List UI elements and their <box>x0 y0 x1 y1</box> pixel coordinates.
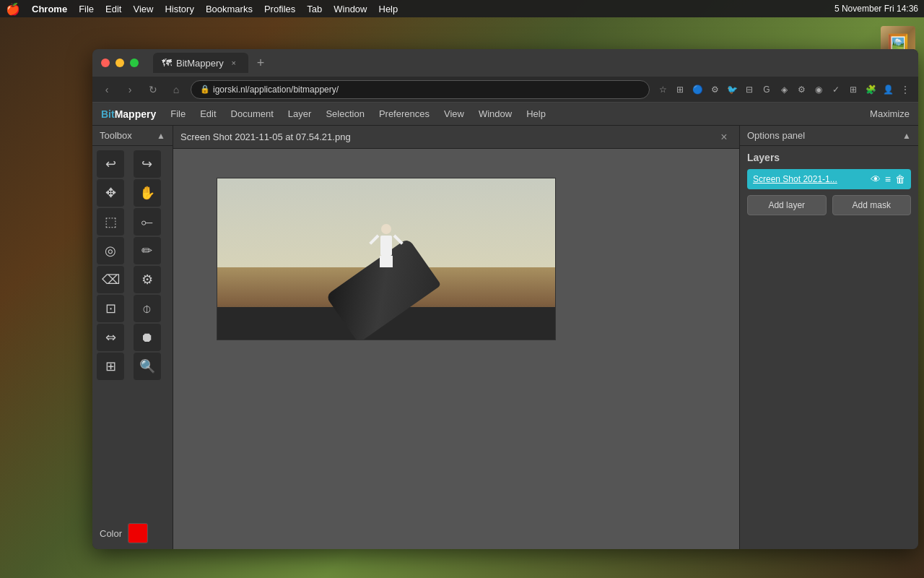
figure-torso <box>380 236 392 256</box>
layer-name: Screen Shot 2021-1... <box>753 174 866 184</box>
canvas-title: Screen Shot 2021-11-05 at 07.54.21.png <box>180 131 716 142</box>
layer-delete-icon[interactable]: 🗑 <box>895 173 905 185</box>
tool-eyedropper[interactable]: ⌽ <box>134 295 161 322</box>
tool-lasso[interactable]: ⟜ <box>134 208 161 236</box>
ext-icon-11[interactable]: ⊞ <box>846 82 860 97</box>
tool-hand[interactable]: ✋ <box>134 179 161 207</box>
menu-document[interactable]: Document <box>225 105 279 122</box>
menubar-profiles[interactable]: Profiles <box>264 4 295 14</box>
browser-titlebar: 🗺 BitMappery × + <box>92 49 918 77</box>
ext-icon-10[interactable]: ✓ <box>829 82 843 97</box>
maximize-button[interactable]: Maximize <box>870 108 910 119</box>
ext-icon-9[interactable]: ◉ <box>811 82 826 97</box>
tool-mirror[interactable]: ⇔ <box>97 324 124 351</box>
ext-icon-2[interactable]: 🔵 <box>690 82 705 97</box>
apple-menu[interactable]: 🍎 <box>6 2 20 16</box>
figure-head <box>381 224 391 234</box>
menu-edit[interactable]: Edit <box>194 105 222 122</box>
add-layer-button[interactable]: Add layer <box>747 195 827 215</box>
menu-selection[interactable]: Selection <box>320 105 370 122</box>
menubar-tab[interactable]: Tab <box>307 4 322 14</box>
address-bar[interactable]: 🔒 igorski.nl/application/bitmappery/ <box>191 80 650 99</box>
app-logo: BitMappery <box>101 108 156 120</box>
close-button[interactable] <box>101 59 110 67</box>
menubar-bookmarks[interactable]: Bookmarks <box>206 4 253 14</box>
browser-tab[interactable]: 🗺 BitMappery × <box>153 53 248 73</box>
options-toggle[interactable]: ▲ <box>902 131 911 141</box>
ext-icon-4[interactable]: 🐦 <box>725 82 739 97</box>
tool-rect-select[interactable]: ⬚ <box>97 208 124 236</box>
canvas-close-button[interactable]: × <box>716 129 732 145</box>
layer-visibility-icon[interactable]: 👁 <box>871 173 881 185</box>
tab-title: BitMappery <box>176 58 224 69</box>
bookmark-icon[interactable]: ☆ <box>655 82 670 97</box>
maximize-button[interactable] <box>130 59 139 67</box>
figure-legs <box>380 256 393 267</box>
logo-mappery: Mappery <box>115 108 157 120</box>
logo-bit: Bit <box>101 108 115 120</box>
color-section: Color <box>92 517 173 549</box>
app-menubar: BitMappery File Edit Document Layer Sele… <box>92 103 918 126</box>
menu-layer[interactable]: Layer <box>282 105 318 122</box>
menubar-file[interactable]: File <box>79 4 94 14</box>
tool-brush[interactable]: ✏ <box>134 237 161 264</box>
toolbox-panel: Toolbox ▲ ↩ ↪ ✥ ✋ ⬚ ⟜ ◎ ✏ ⌫ ⚙ ⊡ ⌽ ⇔ <box>92 126 173 549</box>
tool-stamp[interactable]: ⚙ <box>134 266 161 293</box>
browser-extensions: ☆ ⊞ 🔵 ⚙ 🐦 ⊟ G ◈ ⚙ ◉ ✓ ⊞ 🧩 👤 ⋮ <box>655 82 912 97</box>
tool-redo[interactable]: ↪ <box>134 150 161 178</box>
tool-record[interactable]: ⏺ <box>134 324 161 351</box>
tool-transform[interactable]: ⊡ <box>97 295 124 322</box>
app-main: Toolbox ▲ ↩ ↪ ✥ ✋ ⬚ ⟜ ◎ ✏ ⌫ ⚙ ⊡ ⌽ ⇔ <box>92 126 918 549</box>
extensions-button[interactable]: 🧩 <box>863 82 878 97</box>
menu-window[interactable]: Window <box>473 105 518 122</box>
ext-icon-8[interactable]: ⚙ <box>794 82 808 97</box>
canvas-header: Screen Shot 2021-11-05 at 07.54.21.png × <box>173 126 739 149</box>
more-button[interactable]: ⋮ <box>898 82 912 97</box>
options-panel: Options panel ▲ Layers Screen Shot 2021-… <box>739 126 918 549</box>
tool-undo[interactable]: ↩ <box>97 150 124 178</box>
menubar-history[interactable]: History <box>165 4 193 14</box>
layer-settings-icon[interactable]: ≡ <box>885 173 891 185</box>
toolbox-header: Toolbox ▲ <box>92 126 173 146</box>
toolbox-toggle[interactable]: ▲ <box>157 131 165 141</box>
ext-icon-1[interactable]: ⊞ <box>673 82 687 97</box>
menubar-help[interactable]: Help <box>379 4 398 14</box>
tab-close-button[interactable]: × <box>228 57 240 69</box>
layer-item[interactable]: Screen Shot 2021-1... 👁 ≡ 🗑 <box>747 169 911 189</box>
tool-erase2[interactable]: ⌫ <box>97 266 124 293</box>
forward-button[interactable]: › <box>121 81 139 98</box>
ext-icon-5[interactable]: ⊟ <box>742 82 757 97</box>
canvas-image <box>217 178 556 340</box>
tool-warp[interactable]: ⊞ <box>97 353 124 380</box>
layer-buttons: Add layer Add mask <box>747 195 911 215</box>
menu-help[interactable]: Help <box>520 105 552 122</box>
add-mask-button[interactable]: Add mask <box>832 195 912 215</box>
new-tab-button[interactable]: + <box>257 56 265 71</box>
menubar-view[interactable]: View <box>133 4 153 14</box>
avatar-icon[interactable]: 👤 <box>881 82 895 97</box>
ext-icon-7[interactable]: ◈ <box>777 82 791 97</box>
tool-move[interactable]: ✥ <box>97 179 124 207</box>
canvas-viewport[interactable] <box>173 149 739 549</box>
menubar-edit[interactable]: Edit <box>105 4 121 14</box>
reload-button[interactable]: ↻ <box>144 81 162 98</box>
menubar-chrome[interactable]: Chrome <box>32 4 67 14</box>
color-label: Color <box>100 528 122 539</box>
ext-icon-6[interactable]: G <box>759 82 774 97</box>
menu-file[interactable]: File <box>165 105 191 122</box>
tab-favicon: 🗺 <box>162 57 172 69</box>
menu-view[interactable]: View <box>438 105 470 122</box>
menu-preferences[interactable]: Preferences <box>373 105 435 122</box>
minimize-button[interactable] <box>116 59 124 67</box>
menubar-clock: 5 November Fri 14:36 <box>834 4 918 14</box>
menubar-window[interactable]: Window <box>334 4 367 14</box>
tool-zoom[interactable]: 🔍 <box>134 353 161 380</box>
browser-addressbar: ‹ › ↻ ⌂ 🔒 igorski.nl/application/bitmapp… <box>92 77 918 103</box>
back-button[interactable]: ‹ <box>98 81 116 98</box>
toolbox-title: Toolbox <box>100 130 132 141</box>
tool-eraser[interactable]: ◎ <box>97 237 124 264</box>
color-swatch[interactable] <box>128 523 148 543</box>
home-button[interactable]: ⌂ <box>167 81 185 98</box>
ext-icon-3[interactable]: ⚙ <box>707 82 722 97</box>
layers-section: Layers Screen Shot 2021-1... 👁 ≡ 🗑 Add l… <box>740 146 918 221</box>
